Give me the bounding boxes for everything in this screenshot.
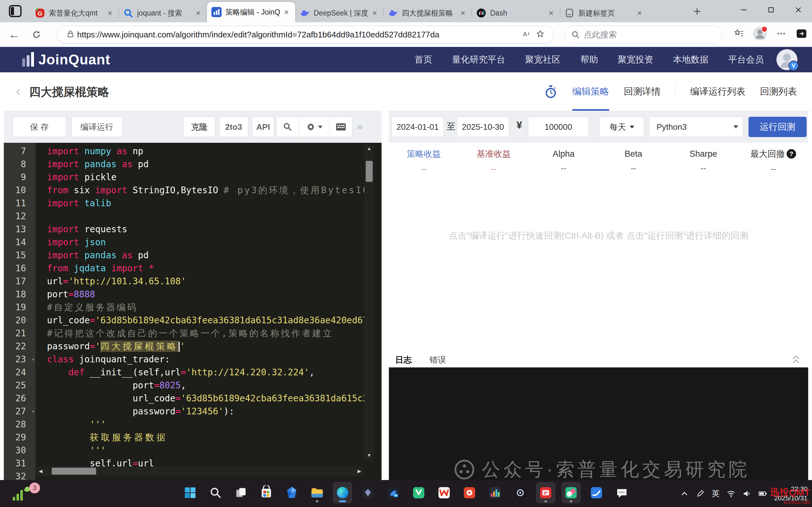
joinquant-logo[interactable]: JoinQuant	[22, 52, 110, 68]
help-icon[interactable]: ?	[787, 149, 796, 159]
close-tab-icon[interactable]: ×	[194, 9, 203, 17]
collapse-log-icon[interactable]	[792, 353, 801, 367]
fold-arrow-icon[interactable]: ▾	[32, 353, 35, 366]
green-app-icon[interactable]	[410, 483, 428, 503]
back-chevron-icon[interactable]: ‹	[16, 84, 21, 98]
tab-编译运行列表[interactable]: 编译运行列表	[690, 72, 745, 111]
tab-回测详情[interactable]: 回测详情	[624, 72, 661, 111]
editor-vertical-scrollbar[interactable]: ▲ ▼	[365, 145, 374, 459]
capital-input[interactable]: 100000	[528, 117, 589, 137]
close-tab-icon[interactable]: ×	[370, 9, 379, 17]
ai-app-icon[interactable]: AI	[384, 483, 402, 503]
close-tab-icon[interactable]: ×	[106, 9, 114, 17]
edge-icon[interactable]	[333, 483, 352, 503]
blue-app-icon[interactable]	[587, 483, 606, 503]
store-icon[interactable]	[257, 483, 276, 503]
nav-item-2[interactable]: 量化研究平台	[452, 54, 505, 66]
browser-profile-avatar[interactable]	[753, 26, 767, 41]
clone-button[interactable]: 克隆	[183, 117, 215, 137]
editor-horizontal-scrollbar[interactable]: ◀ ▶	[37, 466, 364, 476]
scroll-down-icon[interactable]: ▼	[365, 451, 374, 459]
stopwatch-icon[interactable]	[544, 85, 558, 99]
browser-tab[interactable]: joquant - 搜索×	[119, 4, 207, 22]
code-search-button[interactable]	[276, 117, 299, 137]
close-tab-icon[interactable]: ×	[282, 8, 291, 16]
favorite-star-icon[interactable]	[536, 30, 545, 40]
nav-item-5[interactable]: 聚宽投资	[618, 54, 653, 66]
compile-run-button[interactable]: 编译运行	[71, 117, 122, 137]
browser-tab[interactable]: 四大搅屎棍策略×	[383, 4, 472, 22]
start-icon[interactable]	[181, 483, 199, 503]
battery-icon[interactable]	[758, 489, 767, 498]
language-select[interactable]: Python3	[649, 117, 743, 137]
read-aloud-icon[interactable]: A	[522, 30, 531, 40]
minimize-button[interactable]	[730, 0, 757, 20]
2to3-button[interactable]: 2to3	[219, 117, 248, 137]
api-button[interactable]: API	[252, 117, 274, 137]
log-tab-日志[interactable]: 日志	[395, 354, 412, 365]
frequency-select[interactable]: 每天	[600, 117, 644, 137]
scroll-right-icon[interactable]: ▶	[355, 466, 364, 476]
weather-widget[interactable]: 3	[13, 484, 48, 504]
browser-tab[interactable]: Dash×	[472, 4, 560, 22]
game-app-icon[interactable]	[359, 483, 377, 503]
close-button[interactable]	[785, 0, 812, 20]
end-date-input[interactable]: 2025-10-30	[457, 117, 509, 137]
new-tab-button[interactable]	[691, 6, 703, 17]
ime-indicator[interactable]: 英	[712, 488, 720, 499]
tab-actions-icon[interactable]	[9, 5, 21, 17]
task-view-icon[interactable]	[232, 483, 250, 503]
settings-button[interactable]	[299, 117, 330, 137]
log-tab-错误[interactable]: 错误	[430, 354, 446, 365]
close-tab-icon[interactable]: ×	[635, 9, 644, 17]
browser-tab[interactable]: G索普量化大qmt×	[31, 4, 119, 22]
address-bar[interactable]: https://www.joinquant.com/algorithm/inde…	[57, 26, 554, 44]
chat-app-icon[interactable]	[613, 483, 631, 503]
nav-item-1[interactable]: 首页	[415, 54, 432, 66]
hidden-icons-chevron[interactable]	[680, 489, 689, 498]
office-app-icon[interactable]	[282, 483, 301, 503]
media-app-icon[interactable]	[486, 483, 504, 503]
scroll-left-icon[interactable]: ◀	[37, 466, 45, 476]
close-tab-icon[interactable]: ×	[547, 9, 555, 17]
favorites-bar-icon[interactable]	[733, 28, 744, 39]
horizontal-scroll-thumb[interactable]	[52, 468, 96, 474]
sidebar-icon[interactable]	[796, 27, 808, 40]
start-date-input[interactable]: 2024-01-01	[391, 117, 444, 137]
close-tab-icon[interactable]: ×	[459, 9, 467, 17]
browser-tab[interactable]: 新建标签页×	[560, 4, 648, 22]
save-button[interactable]: 保 存	[13, 117, 66, 137]
nav-item-6[interactable]: 本地数据	[673, 54, 708, 66]
search-box[interactable]: 点此搜索	[565, 26, 722, 44]
tab-编辑策略[interactable]: 编辑策略	[572, 72, 609, 111]
more-options-icon[interactable]	[776, 28, 787, 39]
nav-item-7[interactable]: 平台会员	[728, 54, 764, 66]
search-icon[interactable]	[206, 483, 225, 503]
taskbar-clock[interactable]: 22:30 2025/10/31	[774, 485, 808, 503]
run-backtest-button[interactable]: 运行回测	[749, 117, 807, 137]
red-app-icon[interactable]	[460, 483, 479, 503]
nav-item-4[interactable]: 帮助	[580, 54, 598, 66]
wifi-icon[interactable]	[726, 489, 736, 498]
scroll-up-icon[interactable]: ▲	[365, 145, 374, 153]
shortcut-keys-button[interactable]	[330, 117, 352, 137]
dark-app-icon[interactable]	[511, 483, 530, 503]
expand-toolbar-icon[interactable]: »	[357, 120, 360, 132]
user-avatar[interactable]: V	[776, 49, 797, 70]
volume-icon[interactable]	[743, 489, 751, 498]
trading-app-icon[interactable]	[536, 483, 555, 503]
pen-icon[interactable]	[696, 489, 705, 498]
vertical-scroll-thumb[interactable]	[366, 161, 373, 182]
tab-回测列表[interactable]: 回测列表	[760, 72, 797, 111]
back-button[interactable]: ←	[7, 27, 21, 42]
nav-item-3[interactable]: 聚宽社区	[525, 54, 560, 66]
fold-arrow-icon[interactable]: ▾	[32, 405, 35, 418]
maximize-button[interactable]	[757, 0, 785, 20]
browser-tab[interactable]: DeepSeek | 深度×	[295, 4, 383, 22]
refresh-button[interactable]	[29, 27, 44, 42]
file-explorer-icon[interactable]	[308, 483, 326, 503]
wps-icon[interactable]	[435, 483, 453, 503]
browser-tab[interactable]: 策略编辑 - JoinQ×	[207, 2, 295, 22]
code-editor[interactable]: 7import numpy as np8import pandas as pd9…	[4, 143, 382, 480]
photo-app-icon[interactable]	[562, 483, 580, 503]
